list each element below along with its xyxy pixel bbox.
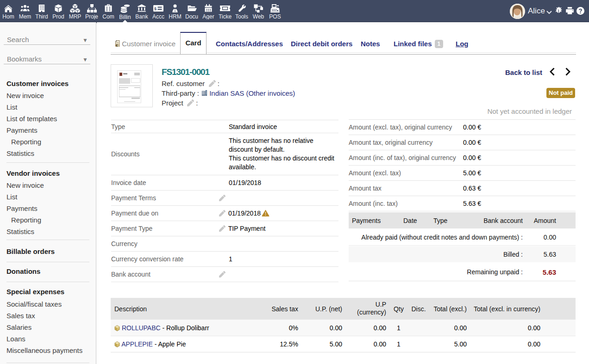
svg-text:$: $ — [154, 6, 157, 11]
svg-text:€: € — [116, 43, 118, 47]
